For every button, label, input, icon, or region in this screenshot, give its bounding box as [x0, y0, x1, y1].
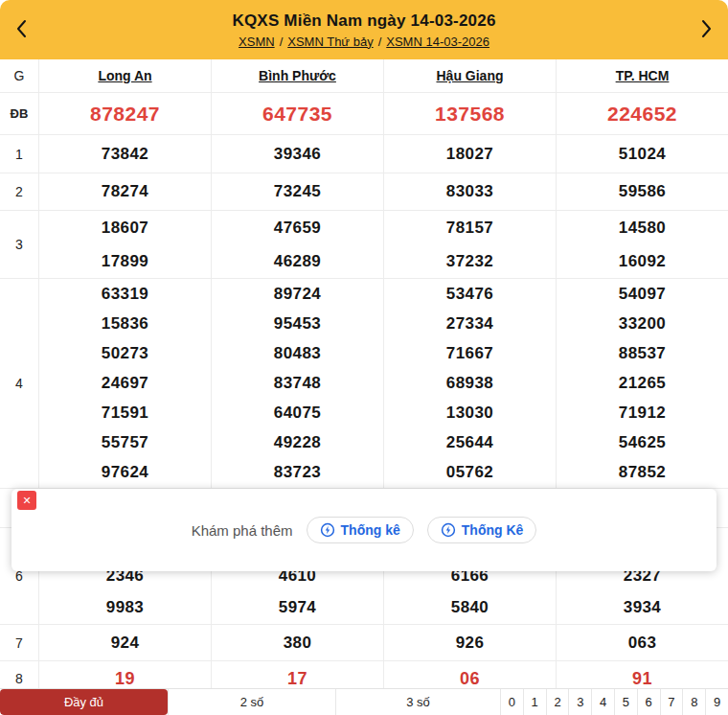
province-link[interactable]: Long An: [98, 68, 151, 83]
statistics-button-1[interactable]: Thống kê: [307, 517, 414, 543]
province-link[interactable]: Hậu Giang: [436, 68, 503, 83]
lottery-results-widget: KQXS Miền Nam ngày 14-03-2026 XSMN/XSMN …: [0, 0, 728, 715]
statistics-button-2[interactable]: Thống Kê: [427, 517, 537, 543]
winning-number: 71912: [557, 399, 728, 428]
winning-number: 18607: [39, 211, 211, 244]
digit-filter-0[interactable]: 0: [500, 689, 523, 715]
chevron-right-icon: [697, 17, 715, 43]
prize-cell: 47659 46289: [211, 211, 383, 278]
tab-full-results[interactable]: Đầy đủ: [0, 689, 168, 715]
prize-cell: 59586: [556, 173, 728, 210]
prize-label: ĐB: [0, 93, 38, 134]
tab-2-digits[interactable]: 2 số: [168, 689, 335, 715]
close-icon: ✕: [22, 496, 31, 506]
tab-3-digits[interactable]: 3 số: [335, 689, 500, 715]
prize-row-4: 4 63319 15836 50273 24697 71591 55757 97…: [0, 278, 728, 488]
winning-number: 50273: [39, 338, 211, 368]
digit-filter-2[interactable]: 2: [546, 689, 569, 715]
prize-cell: 78157 37232: [383, 211, 556, 278]
winning-number: 63319: [39, 279, 211, 309]
winning-number: 063: [557, 625, 728, 660]
prize-cell: 78274: [38, 173, 211, 210]
prize-cell: 14580 16092: [556, 211, 728, 278]
prize-cell: 83033: [383, 173, 556, 210]
winning-number: 51024: [557, 135, 728, 173]
prize-row-7: 7 924 380 926 063: [0, 624, 728, 660]
statistics-button-label: Thống Kê: [462, 522, 524, 538]
winning-number: 64075: [212, 399, 383, 428]
header: KQXS Miền Nam ngày 14-03-2026 XSMN/XSMN …: [0, 0, 728, 59]
winning-number: 15836: [39, 309, 211, 338]
winning-number: 83748: [212, 368, 383, 398]
digit-filter-4[interactable]: 4: [591, 689, 614, 715]
prize-cell: 18607 17899: [38, 211, 211, 278]
winning-number: 224652: [557, 93, 728, 134]
prize-cell: 063: [556, 625, 728, 660]
digit-filter-1[interactable]: 1: [523, 689, 546, 715]
province-header-binh-phuoc: Bình Phước: [211, 59, 383, 92]
digit-filter-3[interactable]: 3: [568, 689, 591, 715]
winning-number: 3934: [557, 592, 728, 624]
results-table: G Long An Bình Phước Hậu Giang TP. HCM Đ…: [0, 59, 728, 696]
prize-cell: 53476 27334 71667 68938 13030 25644 0576…: [383, 279, 556, 488]
digit-filter-6[interactable]: 6: [637, 689, 660, 715]
breadcrumb-separator: /: [280, 35, 284, 49]
winning-number: 37232: [384, 244, 556, 278]
banner-close-button[interactable]: ✕: [17, 491, 36, 510]
winning-number: 95453: [212, 309, 383, 338]
winning-number: 17899: [39, 244, 211, 278]
winning-number: 380: [212, 625, 383, 660]
digit-filter-9[interactable]: 9: [705, 689, 728, 715]
winning-number: 89724: [212, 279, 383, 309]
winning-number: 18027: [384, 135, 556, 173]
winning-number: 88537: [557, 338, 728, 368]
prize-cell: 51024: [556, 135, 728, 173]
winning-number: 71591: [39, 399, 211, 428]
winning-number: 80483: [212, 338, 383, 368]
next-day-button[interactable]: [684, 0, 728, 59]
winning-number: 16092: [557, 244, 728, 278]
breadcrumb-link-weekday[interactable]: XSMN Thứ bảy: [287, 35, 373, 49]
footer-filter-bar: Đầy đủ 2 số 3 số 0 1 2 3 4 5 6 7 8 9: [0, 688, 728, 715]
province-link[interactable]: TP. HCM: [616, 68, 670, 83]
winning-number: 59586: [557, 173, 728, 210]
prize-cell: 926: [383, 625, 556, 660]
flash-circle-icon: [441, 522, 456, 538]
province-header-hau-giang: Hậu Giang: [383, 59, 556, 92]
prize-row-1: 1 73842 39346 18027 51024: [0, 134, 728, 173]
winning-number: 47659: [212, 211, 383, 244]
winning-number: 926: [384, 625, 556, 660]
banner-text: Khám phá thêm: [192, 522, 293, 539]
digit-filter-8[interactable]: 8: [682, 689, 705, 715]
breadcrumb-link-xsmn[interactable]: XSMN: [239, 35, 275, 49]
province-header-tp-hcm: TP. HCM: [556, 59, 728, 92]
winning-number: 24697: [39, 368, 211, 398]
winning-number: 73245: [212, 173, 383, 210]
digit-filter-7[interactable]: 7: [660, 689, 683, 715]
winning-number: 55757: [39, 428, 211, 458]
prize-row-special: ĐB 878247 647735 137568 224652: [0, 92, 728, 134]
winning-number: 39346: [212, 135, 383, 173]
winning-number: 5840: [384, 592, 556, 624]
winning-number: 53476: [384, 279, 556, 309]
province-link[interactable]: Bình Phước: [259, 68, 336, 83]
prize-label: 2: [0, 173, 38, 210]
breadcrumb-separator: /: [378, 35, 382, 49]
winning-number: 73842: [39, 135, 211, 173]
prize-cell: 63319 15836 50273 24697 71591 55757 9762…: [38, 279, 211, 488]
winning-number: 83033: [384, 173, 556, 210]
prize-cell: 137568: [383, 93, 556, 134]
digit-filter-5[interactable]: 5: [614, 689, 637, 715]
winning-number: 27334: [384, 309, 556, 338]
winning-number: 25644: [384, 428, 556, 458]
prize-row-2: 2 78274 73245 83033 59586: [0, 173, 728, 210]
breadcrumb-link-date[interactable]: XSMN 14-03-2026: [386, 35, 489, 49]
winning-number: 71667: [384, 338, 556, 368]
prev-day-button[interactable]: [0, 0, 44, 59]
winning-number: 924: [39, 625, 211, 660]
winning-number: 46289: [212, 244, 383, 278]
winning-number: 13030: [384, 399, 556, 428]
prize-row-3: 3 18607 17899 47659 46289 78157 37232 14…: [0, 210, 728, 278]
prize-label: 7: [0, 625, 38, 660]
prize-label: 4: [0, 279, 38, 488]
